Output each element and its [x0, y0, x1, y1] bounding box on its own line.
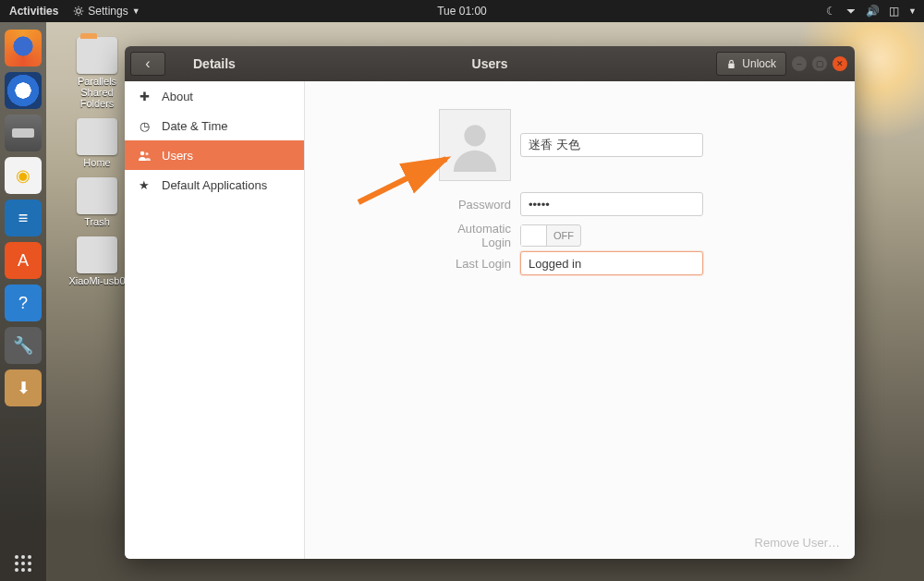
gear-icon	[73, 6, 84, 17]
auto-login-toggle[interactable]: OFF	[520, 224, 581, 247]
maximize-button[interactable]: ▢	[812, 56, 827, 71]
clock[interactable]: Tue 01:00	[437, 5, 487, 18]
svg-rect-9	[729, 63, 735, 68]
svg-point-10	[140, 151, 144, 155]
clock-icon: ◷	[138, 119, 151, 133]
help-launcher[interactable]: ?	[5, 284, 42, 321]
svg-point-12	[464, 125, 485, 146]
sidebar-item-about[interactable]: ✚ About	[125, 81, 304, 111]
desktop-icon-parallels[interactable]: Parallels Shared Folders	[65, 37, 129, 109]
close-button[interactable]: ✕	[833, 56, 847, 71]
window-title: Users	[472, 56, 508, 71]
back-button[interactable]: ‹	[130, 52, 165, 76]
window-titlebar: ‹ Details Users Unlock – ▢ ✕	[125, 46, 855, 81]
toggle-state: OFF	[547, 230, 580, 241]
tweaks-launcher[interactable]: 🔧	[5, 327, 42, 364]
settings-sidebar: ✚ About ◷ Date & Time Users ★ Default Ap…	[125, 81, 305, 559]
volume-icon: 🔊	[866, 5, 880, 18]
dock: ◉ ≡ A ? 🔧 ⬇	[0, 22, 46, 581]
sidebar-item-label: Users	[162, 149, 193, 163]
night-icon: ☾	[826, 5, 836, 18]
app-menu-label: Settings	[88, 5, 128, 18]
network-icon: ⏷	[845, 5, 857, 18]
unlock-label: Unlock	[742, 57, 776, 70]
svg-line-6	[81, 14, 82, 15]
lock-icon	[726, 59, 736, 69]
chevron-down-icon: ▼	[908, 6, 917, 16]
remove-user-button[interactable]: Remove User…	[755, 536, 840, 550]
sidebar-item-label: Date & Time	[162, 119, 228, 133]
activities-button[interactable]: Activities	[0, 5, 67, 18]
gnome-topbar: Activities Settings ▼ Tue 01:00 ☾ ⏷ 🔊 ◫ …	[0, 0, 924, 22]
person-icon	[448, 118, 502, 172]
settings-window: ‹ Details Users Unlock – ▢ ✕ ✚ About ◷ D…	[125, 46, 855, 559]
package-launcher[interactable]: ⬇	[5, 369, 42, 406]
password-field[interactable]: •••••	[520, 192, 703, 216]
chevron-left-icon: ‹	[145, 55, 150, 72]
rhythmbox-launcher[interactable]: ◉	[5, 157, 42, 194]
show-apps-button[interactable]	[0, 555, 46, 572]
trash-icon	[77, 177, 117, 214]
svg-line-8	[81, 7, 82, 8]
files-launcher[interactable]	[5, 115, 42, 151]
section-title: Details	[193, 56, 236, 71]
last-login-field[interactable]: Logged in	[520, 251, 703, 275]
svg-point-11	[145, 152, 148, 155]
system-tray[interactable]: ☾ ⏷ 🔊 ◫ ▼	[826, 5, 917, 18]
desktop-icon-home[interactable]: Home	[65, 118, 129, 168]
users-panel: 迷香 天色 Password ••••• Automatic Login OFF…	[305, 81, 855, 559]
svg-line-7	[76, 14, 77, 15]
sidebar-item-label: About	[162, 90, 193, 103]
sidebar-item-users[interactable]: Users	[125, 140, 304, 170]
folder-icon	[77, 37, 117, 74]
star-icon: ★	[138, 178, 151, 192]
sidebar-item-default-apps[interactable]: ★ Default Applications	[125, 170, 304, 200]
minimize-button[interactable]: –	[792, 56, 807, 71]
drive-icon	[77, 118, 117, 155]
password-label: Password	[428, 198, 511, 212]
desktop-icons: Parallels Shared Folders Home Trash Xiao…	[69, 37, 125, 287]
user-avatar[interactable]	[439, 109, 511, 181]
desktop-icon-xiaomi[interactable]: XiaoMi-usb0	[65, 236, 129, 286]
desktop-icon-label: Home	[83, 157, 110, 168]
plus-icon: ✚	[138, 90, 151, 103]
desktop-icon-label: XiaoMi-usb0	[68, 275, 125, 286]
software-launcher[interactable]: A	[5, 242, 42, 279]
desktop-icon-trash[interactable]: Trash	[65, 177, 129, 227]
user-name-field[interactable]: 迷香 天色	[520, 133, 703, 157]
desktop-icon-label: Trash	[84, 216, 110, 227]
sidebar-item-label: Default Applications	[162, 178, 267, 192]
drive-icon	[77, 236, 117, 273]
last-login-label: Last Login	[428, 257, 511, 271]
desktop-icon-label: Parallels Shared Folders	[65, 76, 129, 109]
sidebar-item-datetime[interactable]: ◷ Date & Time	[125, 111, 304, 140]
battery-icon: ◫	[889, 5, 899, 18]
toggle-knob	[521, 225, 547, 246]
chevron-down-icon: ▼	[132, 6, 140, 16]
svg-line-5	[76, 7, 77, 8]
thunderbird-launcher[interactable]	[5, 72, 42, 109]
unlock-button[interactable]: Unlock	[716, 52, 786, 76]
firefox-launcher[interactable]	[5, 30, 42, 67]
writer-launcher[interactable]: ≡	[5, 200, 42, 236]
app-menu[interactable]: Settings ▼	[67, 5, 145, 18]
svg-point-0	[77, 9, 81, 14]
users-icon	[138, 150, 151, 161]
auto-login-label: Automatic Login	[428, 222, 511, 249]
